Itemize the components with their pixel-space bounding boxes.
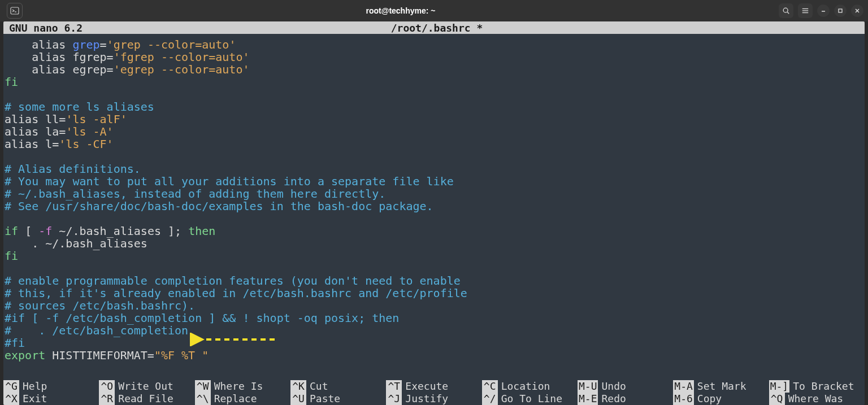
code-line: # . /etc/bash_completion <box>5 324 188 337</box>
window-title: root@techhyme: ~ <box>23 6 779 15</box>
nano-header-bar: GNU nano 6.2 /root/.bashrc * <box>3 21 865 34</box>
code-line: # enable programmable completion feature… <box>5 274 461 288</box>
code-line: # sources /etc/bash.bashrc). <box>5 299 195 312</box>
nano-filename: /root/.bashrc * <box>83 22 791 34</box>
shortcut-item[interactable]: ^RRead File <box>99 393 194 405</box>
code-line: if [ -f ~/.bash_aliases ]; then <box>5 224 215 238</box>
shortcut-item[interactable]: M-ERedo <box>578 393 673 405</box>
shortcut-label: Location <box>498 380 550 393</box>
code-line: alias l='ls -CF' <box>5 137 114 151</box>
shortcut-key: ^K <box>290 380 306 393</box>
shortcut-item[interactable]: M-6Copy <box>673 393 769 405</box>
svg-rect-8 <box>839 9 842 12</box>
shortcut-key: ^X <box>3 393 19 405</box>
code-line: fi <box>5 249 18 263</box>
shortcut-label: Go To Line <box>498 393 562 405</box>
shortcut-key: ^J <box>386 393 402 405</box>
nano-version: GNU nano 6.2 <box>9 22 83 34</box>
shortcut-item[interactable]: ^CLocation <box>482 380 578 393</box>
shortcut-label: Exit <box>19 393 47 405</box>
code-line: # See /usr/share/doc/bash-doc/examples i… <box>5 199 433 213</box>
shortcut-key: M-A <box>673 380 694 393</box>
shortcut-item[interactable]: M-UUndo <box>578 380 673 393</box>
shortcut-item[interactable]: ^/Go To Line <box>482 393 578 405</box>
shortcut-key: M-] <box>769 380 790 393</box>
shortcut-label: Where Was <box>785 393 844 405</box>
window-titlebar: root@techhyme: ~ <box>0 0 868 21</box>
annotation-arrow-icon <box>190 333 280 346</box>
code-line: alias la='ls -A' <box>5 125 114 138</box>
code-line: #if [ -f /etc/bash_completion ] && ! sho… <box>5 311 399 325</box>
shortcut-label: Cut <box>306 380 328 393</box>
shortcut-item[interactable]: ^TExecute <box>386 380 481 393</box>
shortcut-label: Read File <box>115 393 173 405</box>
shortcut-item[interactable]: ^UPaste <box>290 393 386 405</box>
shortcut-key: M-6 <box>673 393 694 405</box>
shortcut-key: ^U <box>290 393 306 405</box>
shortcut-item[interactable]: ^QWhere Was <box>769 393 865 405</box>
shortcut-label: Help <box>19 380 47 393</box>
shortcut-label: To Bracket <box>789 380 854 393</box>
code-line: alias ll='ls -alF' <box>5 112 127 126</box>
code-line: alias grep='grep --color=auto' <box>5 38 236 51</box>
shortcut-label: Justify <box>402 393 448 405</box>
code-line: # Alias definitions. <box>5 162 141 176</box>
shortcut-key: ^\ <box>195 393 211 405</box>
shortcut-key: ^/ <box>482 393 498 405</box>
shortcut-item[interactable]: ^KCut <box>290 380 386 393</box>
code-line: alias fgrep='fgrep --color=auto' <box>5 50 249 64</box>
editor-content[interactable]: alias grep='grep --color=auto' alias fgr… <box>3 34 865 380</box>
code-line: #fi <box>5 336 25 350</box>
shortcut-label: Paste <box>306 393 340 405</box>
shortcut-key: M-E <box>578 393 598 405</box>
code-line: # this, if it's already enabled in /etc/… <box>5 286 467 300</box>
shortcut-key: M-U <box>578 380 598 393</box>
shortcut-key: ^W <box>195 380 211 393</box>
code-line: # You may want to put all your additions… <box>5 175 454 188</box>
shortcut-item[interactable]: ^WWhere Is <box>195 380 290 393</box>
shortcut-item[interactable]: M-]To Bracket <box>769 380 865 393</box>
terminal-icon[interactable] <box>7 3 23 19</box>
svg-point-2 <box>783 8 788 12</box>
hamburger-icon[interactable] <box>798 3 813 18</box>
minimize-icon[interactable] <box>817 5 830 17</box>
shortcut-item[interactable]: M-ASet Mark <box>673 380 769 393</box>
shortcut-label: Undo <box>598 380 626 393</box>
shortcut-label: Replace <box>211 393 257 405</box>
close-icon[interactable] <box>851 5 863 17</box>
shortcut-label: Execute <box>402 380 448 393</box>
shortcut-key: ^R <box>99 393 115 405</box>
nano-shortcut-bar: ^GHelp^OWrite Out^WWhere Is^KCut^TExecut… <box>3 380 865 405</box>
shortcut-label: Where Is <box>211 380 263 393</box>
shortcut-key: ^O <box>99 380 115 393</box>
shortcut-item[interactable]: ^JJustify <box>386 393 481 405</box>
shortcut-key: ^Q <box>769 393 785 405</box>
shortcut-label: Set Mark <box>694 380 747 393</box>
shortcut-item[interactable]: ^OWrite Out <box>99 380 194 393</box>
shortcut-label: Write Out <box>115 380 173 393</box>
code-line: # some more ls aliases <box>5 100 154 114</box>
search-icon[interactable] <box>779 3 793 18</box>
svg-line-3 <box>787 12 789 14</box>
code-line: fi <box>5 75 18 89</box>
shortcut-key: ^T <box>386 380 402 393</box>
shortcut-label: Redo <box>598 393 626 405</box>
shortcut-key: ^G <box>3 380 19 393</box>
code-line: alias egrep='egrep --color=auto' <box>5 63 249 76</box>
shortcut-item[interactable]: ^XExit <box>3 393 99 405</box>
shortcut-key: ^C <box>482 380 498 393</box>
nano-editor: GNU nano 6.2 /root/.bashrc * alias grep=… <box>3 21 865 405</box>
shortcut-label: Copy <box>694 393 722 405</box>
code-line: export HISTTIMEFORMAT="%F %T " <box>5 349 209 362</box>
code-line: . ~/.bash_aliases <box>5 237 147 250</box>
shortcut-item[interactable]: ^GHelp <box>3 380 99 393</box>
code-line: # ~/.bash_aliases, instead of adding the… <box>5 187 385 201</box>
shortcut-item[interactable]: ^\Replace <box>195 393 290 405</box>
maximize-icon[interactable] <box>834 5 847 17</box>
